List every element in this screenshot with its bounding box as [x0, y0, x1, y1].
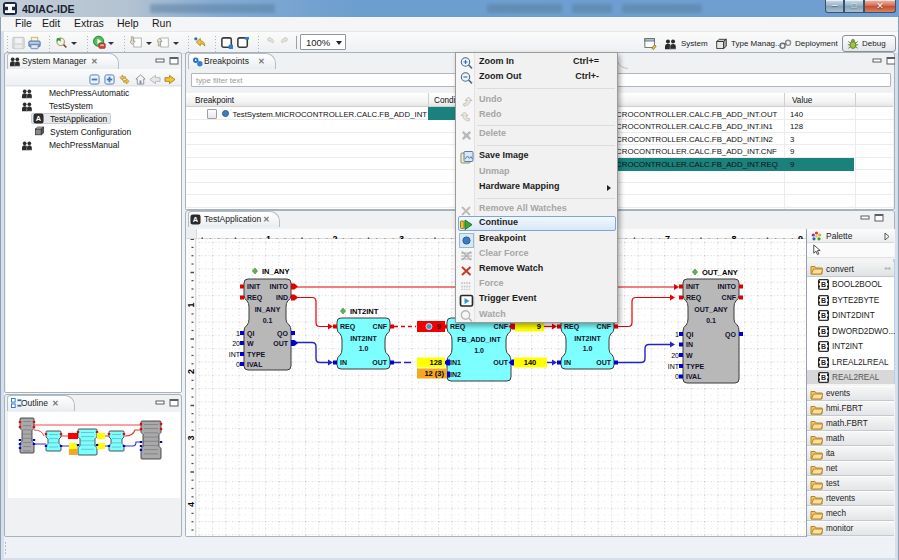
svg-text:IN_ANY: IN_ANY [262, 267, 290, 276]
svg-text:CNF: CNF [494, 323, 509, 330]
svg-text:IN: IN [686, 341, 693, 348]
svg-text:1: 1 [236, 330, 240, 337]
svg-text:20: 20 [232, 340, 240, 347]
svg-text:1: 1 [675, 331, 679, 338]
svg-text:TYPE: TYPE [247, 351, 266, 358]
svg-text:B: B [821, 297, 826, 304]
svg-text:IN1: IN1 [450, 359, 461, 366]
svg-text:OUT: OUT [493, 359, 509, 366]
svg-text:IND: IND [276, 294, 288, 301]
svg-text:OUT_ANY: OUT_ANY [702, 268, 738, 277]
svg-text:INT: INT [229, 351, 241, 358]
svg-text:IVAL: IVAL [686, 373, 702, 380]
svg-text:1.0: 1.0 [359, 345, 369, 352]
svg-text:W: W [686, 352, 693, 359]
svg-text:FB_ADD_INT: FB_ADD_INT [457, 336, 501, 343]
svg-text:INIT: INIT [247, 283, 261, 290]
svg-text:INT: INT [668, 363, 680, 370]
svg-text:9: 9 [437, 322, 442, 331]
svg-text:REQ: REQ [247, 294, 263, 302]
svg-text:CNF: CNF [722, 294, 737, 301]
svg-text:B: B [821, 328, 826, 335]
svg-text:REQ: REQ [564, 323, 580, 331]
svg-text:OUT: OUT [372, 359, 388, 366]
svg-text:0: 0 [675, 373, 679, 380]
svg-text:OUT: OUT [596, 359, 612, 366]
svg-text:0.1: 0.1 [706, 317, 716, 324]
svg-text:QO: QO [277, 330, 288, 338]
svg-text:W: W [247, 340, 254, 347]
svg-text:1.0: 1.0 [583, 345, 593, 352]
svg-text:QO: QO [725, 331, 736, 339]
svg-text:0.1: 0.1 [263, 317, 273, 324]
svg-text:12 (3): 12 (3) [424, 369, 444, 378]
svg-text:B: B [821, 281, 826, 288]
svg-text:0: 0 [236, 361, 240, 368]
svg-text:TYPE: TYPE [686, 363, 705, 370]
svg-text:IVAL: IVAL [247, 361, 263, 368]
svg-text:140: 140 [524, 358, 537, 367]
svg-text:REQ: REQ [686, 294, 702, 302]
svg-text:B: B [821, 343, 826, 350]
svg-text:CNF: CNF [373, 323, 388, 330]
svg-text:IN_ANY: IN_ANY [255, 306, 281, 313]
svg-text:A: A [36, 114, 42, 123]
svg-text:OUT_ANY: OUT_ANY [694, 306, 728, 313]
svg-text:4: 4 [186, 502, 196, 507]
svg-text:A: A [193, 215, 199, 224]
svg-text:INITO: INITO [717, 283, 736, 290]
svg-text:REQ: REQ [340, 323, 356, 331]
svg-text:3: 3 [186, 435, 196, 440]
svg-text:INT2INT: INT2INT [574, 335, 601, 342]
svg-text:2: 2 [186, 369, 196, 374]
svg-text:REQ: REQ [450, 323, 466, 331]
svg-text:OUT: OUT [273, 340, 289, 347]
svg-text:QI: QI [686, 331, 693, 339]
svg-text:IN2: IN2 [450, 371, 461, 378]
svg-text:CNF: CNF [597, 323, 612, 330]
svg-text:20: 20 [671, 352, 679, 359]
svg-text:INITO: INITO [269, 283, 288, 290]
svg-text:INIT: INIT [686, 283, 700, 290]
svg-text:IN: IN [340, 359, 347, 366]
svg-text:B: B [821, 312, 826, 319]
svg-text:IN: IN [564, 359, 571, 366]
svg-text:1: 1 [186, 302, 196, 307]
svg-text:B: B [821, 374, 826, 381]
svg-text:128: 128 [429, 358, 442, 367]
svg-text:INT2INT: INT2INT [350, 335, 377, 342]
svg-text:INT2INT: INT2INT [350, 307, 379, 316]
svg-text:1.0: 1.0 [474, 347, 484, 354]
svg-text:QI: QI [247, 330, 254, 338]
svg-text:B: B [821, 359, 826, 366]
